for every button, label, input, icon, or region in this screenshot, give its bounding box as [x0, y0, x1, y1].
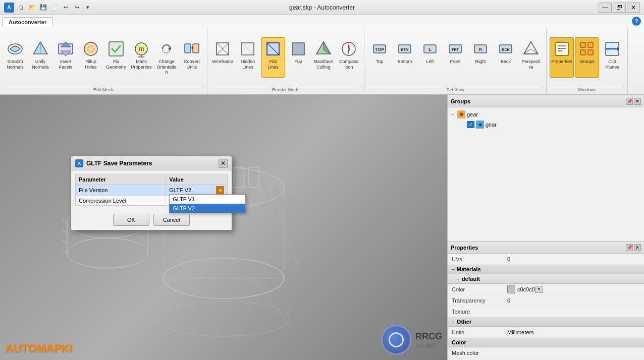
file-version-value-cell[interactable]: GLTF V2 ▾ GLTF V1 GLTF V2 [166, 185, 228, 196]
right-view-icon: R [471, 40, 490, 58]
fix-geometry-button[interactable]: FixGeometry [104, 37, 128, 78]
close-button[interactable]: ✕ [627, 3, 640, 13]
default-section-label: default [462, 276, 480, 282]
svg-rect-48 [555, 42, 568, 55]
top-view-button[interactable]: TOP Top [367, 37, 392, 78]
groups-panel: Groups 📌 ✕ − ⚙ gear ▶ ✓ ◆ gear [448, 95, 644, 242]
bottom-view-button[interactable]: BTM Bottom [393, 37, 417, 78]
svg-line-78 [62, 241, 67, 243]
default-expand-icon[interactable]: − [457, 276, 460, 282]
back-view-button[interactable]: BCK Back [494, 37, 518, 78]
svg-text:L: L [428, 47, 432, 52]
perspective-view-button[interactable]: Perspective [519, 37, 543, 78]
color-dropdown-button[interactable]: ▾ [535, 286, 543, 293]
render-mode-buttons: Wireframe HiddenLines Fl [210, 29, 361, 86]
materials-section-label: Materials [457, 266, 481, 272]
logo-watermark: RRCG 人人素材 [381, 325, 442, 355]
groups-panel-close-button[interactable]: ✕ [634, 98, 641, 105]
viewport[interactable]: AUTOMAPKI RRCG 人人素材 A GLTF Save Paramete… [0, 95, 447, 360]
toolbar-section-edit-mesh: SmoothNormals UnifyNormals [0, 27, 207, 94]
save-btn[interactable]: 💾 [38, 3, 48, 13]
fillup-holes-label: FillupHoles [85, 59, 96, 70]
window-controls: — 🗗 ✕ [599, 3, 640, 13]
default-section: − default [448, 274, 644, 284]
units-label: Units [452, 329, 507, 335]
svg-rect-66 [249, 167, 259, 188]
change-orientation-button[interactable]: ChangeOrientation [154, 37, 179, 78]
file-version-dropdown-arrow[interactable]: ▾ [216, 186, 224, 194]
color-row: Color c0c0c0 ▾ [448, 284, 644, 295]
smooth-normals-button[interactable]: SmoothNormals [3, 37, 27, 78]
logo-main-text: RRCG [415, 331, 442, 342]
svg-line-79 [62, 251, 67, 253]
properties-panel-pin-button[interactable]: 📌 [626, 244, 633, 251]
more-btn[interactable]: ▾ [83, 3, 93, 13]
front-view-label: Front [450, 59, 460, 65]
groups-panel-pin-button[interactable]: 📌 [626, 98, 633, 105]
materials-expand-icon[interactable]: − [452, 267, 455, 272]
gltf-v1-option[interactable]: GLTF V1 [170, 195, 245, 204]
unify-normals-button[interactable]: UnifyNormals [28, 37, 52, 78]
right-view-button[interactable]: R Right [468, 37, 493, 78]
other-expand-icon[interactable]: − [452, 319, 455, 325]
save-as-btn[interactable]: 📄 [49, 3, 60, 13]
help-button[interactable]: ? [632, 17, 641, 26]
tree-item-gear-child[interactable]: ▶ ✓ ◆ gear [460, 119, 642, 130]
hidden-lines-button[interactable]: HiddenLines [236, 37, 260, 78]
color-value: c0c0c0 [517, 286, 535, 292]
maximize-button[interactable]: 🗗 [613, 3, 626, 13]
flat-lines-button[interactable]: FlatLines [261, 37, 285, 78]
fillup-holes-button[interactable]: FillupHoles [79, 37, 103, 78]
fix-geometry-label: FixGeometry [106, 59, 126, 70]
left-view-button[interactable]: L Left [418, 37, 442, 78]
open-btn[interactable]: 📂 [27, 3, 37, 13]
color-footer-section: Color [448, 338, 644, 347]
front-view-button[interactable]: FRT Front [443, 37, 467, 78]
tree-checkbox-gear-child[interactable]: ✓ [467, 121, 474, 128]
file-version-row[interactable]: File Version GLTF V2 ▾ GLTF V1 GLTF V2 [76, 185, 228, 196]
new-btn[interactable]: 🗋 [16, 3, 26, 13]
gltf-v2-option[interactable]: GLTF V2 [170, 204, 245, 213]
wireframe-button[interactable]: Wireframe [210, 37, 235, 78]
svg-rect-25 [292, 43, 304, 55]
mass-properties-button[interactable]: m MassProperties [129, 37, 153, 78]
clip-planes-button[interactable]: ClipPlanes [600, 37, 624, 78]
cancel-button[interactable]: Cancel [153, 214, 190, 226]
uvs-label: UVs [452, 256, 507, 262]
change-orientation-icon [157, 40, 176, 58]
param-column-header: Parameter [76, 175, 166, 185]
minimize-button[interactable]: — [599, 3, 612, 13]
tree-icon-gear-root: ⚙ [457, 110, 465, 118]
svg-rect-17 [193, 44, 199, 53]
properties-window-button[interactable]: Properties [550, 37, 574, 78]
tab-autoconverter[interactable]: Autoconverter [2, 17, 53, 27]
dialog-close-button[interactable]: ✕ [219, 159, 228, 168]
back-view-icon: BCK [497, 40, 515, 58]
mesh-color-row: Mesh color [448, 347, 644, 358]
undo-btn[interactable]: ↩ [61, 3, 71, 13]
color-dropdown[interactable]: c0c0c0 ▾ [507, 285, 543, 293]
invert-facets-label: InvertFacets [59, 59, 72, 70]
redo-btn[interactable]: ↪ [72, 3, 82, 13]
compass-icon-button[interactable]: CompassIcon [337, 37, 361, 78]
tree-item-gear-root[interactable]: − ⚙ gear [450, 109, 642, 119]
app-logo: A [4, 3, 14, 13]
tree-expand-gear-root[interactable]: − [450, 111, 456, 117]
groups-window-button[interactable]: Groups [575, 37, 599, 78]
toolbar-section-set-view: TOP Top BTM Bottom L [364, 27, 547, 94]
ok-button[interactable]: OK [113, 214, 149, 226]
backface-culling-button[interactable]: BackfaceCulling [311, 37, 336, 78]
flat-lines-icon [264, 40, 282, 58]
properties-panel-close-button[interactable]: ✕ [634, 244, 641, 251]
flat-lines-label: FlatLines [267, 59, 279, 70]
flat-button[interactable]: Flat [286, 37, 310, 78]
unify-normals-label: UnifyNormals [32, 59, 49, 70]
title-bar-left: A 🗋 📂 💾 📄 ↩ ↪ ▾ [4, 3, 93, 13]
units-row: Units Millimeters [448, 327, 644, 338]
smooth-normals-label: SmoothNormals [7, 59, 24, 70]
toolbar-section-windows: Properties Groups [547, 27, 628, 94]
convert-units-button[interactable]: ConvertUnits [180, 37, 204, 78]
file-version-dropdown[interactable]: GLTF V2 ▾ GLTF V1 GLTF V2 [169, 186, 224, 194]
invert-facets-button[interactable]: InvertFacets [53, 37, 78, 78]
dialog-app-logo: A [75, 159, 83, 167]
